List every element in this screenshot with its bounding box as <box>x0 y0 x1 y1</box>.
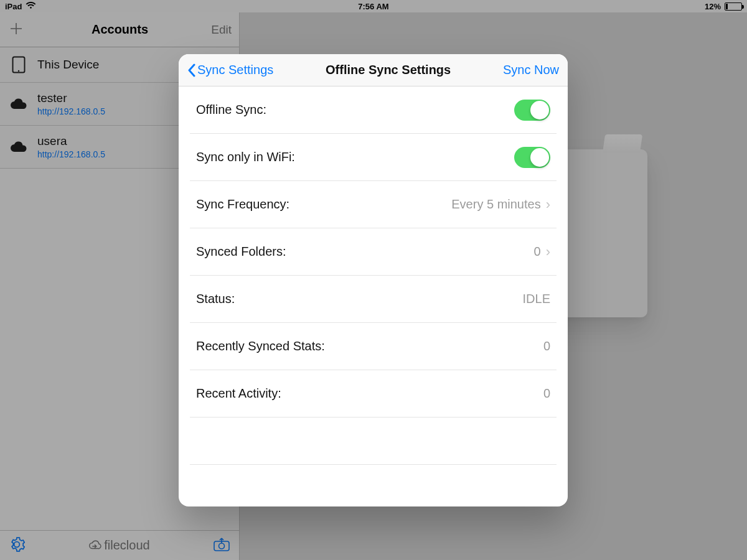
row-empty <box>190 418 557 465</box>
offline-sync-toggle[interactable] <box>514 100 550 121</box>
back-label: Sync Settings <box>197 63 273 77</box>
row-label: Offline Sync: <box>196 103 266 117</box>
modal-nav: Sync Settings Offline Sync Settings Sync… <box>179 54 568 86</box>
modal-title: Offline Sync Settings <box>326 63 451 77</box>
row-label: Sync Frequency: <box>196 197 289 212</box>
row-recent-stats: Recently Synced Stats: 0 <box>190 323 557 370</box>
row-offline-sync: Offline Sync: <box>190 86 557 134</box>
row-sync-frequency[interactable]: Sync Frequency: Every 5 minutes › <box>190 181 557 228</box>
wifi-only-toggle[interactable] <box>514 147 550 168</box>
chevron-right-icon: › <box>546 197 550 213</box>
frequency-value: Every 5 minutes <box>451 197 540 212</box>
row-recent-activity: Recent Activity: 0 <box>190 370 557 418</box>
recent-activity-value: 0 <box>543 386 550 401</box>
synced-folders-value: 0 <box>534 245 541 259</box>
row-label: Recent Activity: <box>196 386 281 401</box>
row-label: Recently Synced Stats: <box>196 339 325 353</box>
row-wifi-only: Sync only in WiFi: <box>190 134 557 181</box>
row-label: Synced Folders: <box>196 245 286 259</box>
back-button[interactable]: Sync Settings <box>187 63 273 77</box>
row-status: Status: IDLE <box>190 276 557 323</box>
status-value: IDLE <box>523 292 550 306</box>
row-label: Status: <box>196 292 235 306</box>
recent-stats-value: 0 <box>543 339 550 353</box>
offline-sync-settings-modal: Sync Settings Offline Sync Settings Sync… <box>179 54 568 506</box>
sync-now-button[interactable]: Sync Now <box>503 63 559 77</box>
settings-list: Offline Sync: Sync only in WiFi: Sync Fr… <box>179 86 568 506</box>
row-label: Sync only in WiFi: <box>196 150 295 164</box>
row-synced-folders[interactable]: Synced Folders: 0 › <box>190 228 557 276</box>
chevron-right-icon: › <box>546 244 550 260</box>
